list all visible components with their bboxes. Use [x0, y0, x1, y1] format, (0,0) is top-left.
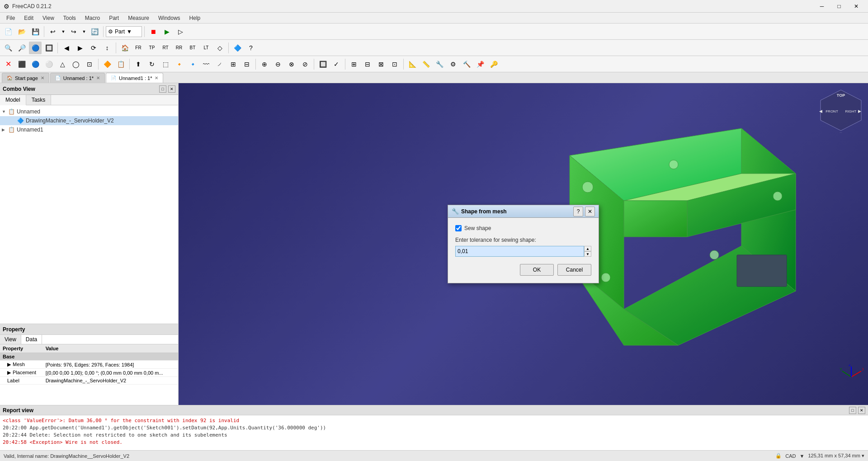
part-close[interactable]: ✕	[2, 58, 14, 71]
view-wire[interactable]: 🔷	[231, 42, 244, 54]
view-sync[interactable]: ⟳	[87, 42, 100, 54]
stop-button[interactable]: ⏹	[147, 25, 160, 38]
part-more4[interactable]: ⊡	[388, 58, 401, 71]
view-sel2[interactable]: 🔲	[42, 42, 55, 54]
view-home[interactable]: 🏠	[118, 42, 131, 54]
part-torus[interactable]: ◯	[70, 58, 82, 71]
prop-tab-data[interactable]: Data	[21, 335, 42, 344]
part-extra5[interactable]: 🔨	[460, 58, 473, 71]
save-button[interactable]: 💾	[29, 25, 42, 38]
redo-button[interactable]: ↪	[67, 25, 80, 38]
part-extra6[interactable]: 📌	[474, 58, 486, 71]
sew-shape-checkbox[interactable]	[455, 225, 462, 231]
report-float-btn[interactable]: □	[849, 407, 856, 414]
tab-tasks[interactable]: Tasks	[26, 95, 52, 105]
part-bool[interactable]: ⊕	[258, 58, 271, 71]
part-check[interactable]: ✓	[330, 58, 343, 71]
view-front[interactable]: FR	[132, 42, 145, 54]
help-button[interactable]: ?	[245, 42, 257, 54]
tolerance-up[interactable]: ▲	[584, 246, 591, 251]
tab-unnamed1-close[interactable]: ✕	[96, 75, 100, 80]
part-more1[interactable]: ⊞	[348, 58, 360, 71]
menu-macro[interactable]: Macro	[80, 14, 104, 22]
combo-float-btn[interactable]: □	[159, 85, 166, 93]
tolerance-down[interactable]: ▼	[584, 251, 591, 257]
ok-button[interactable]: OK	[520, 264, 554, 276]
menu-file[interactable]: File	[2, 14, 19, 22]
prop-expand-mesh[interactable]: ▶	[7, 362, 11, 367]
view-left[interactable]: LT	[200, 42, 212, 54]
menu-measure[interactable]: Measure	[123, 14, 154, 22]
part-mirror[interactable]: ⬚	[159, 58, 172, 71]
part-tube[interactable]: ⊡	[83, 58, 96, 71]
menu-part[interactable]: Part	[104, 14, 123, 22]
part-more2[interactable]: ⊟	[361, 58, 374, 71]
part-sweep[interactable]: 〰	[200, 58, 212, 71]
menu-view[interactable]: View	[38, 14, 59, 22]
part-extra3[interactable]: 🔧	[433, 58, 446, 71]
view-top[interactable]: TP	[146, 42, 158, 54]
part-extra2[interactable]: 📏	[420, 58, 432, 71]
viewport[interactable]: TOP FRONT RIGHT ▼ ◀ ▶	[179, 83, 868, 405]
cancel-button[interactable]: Cancel	[557, 264, 591, 276]
part-cone[interactable]: △	[56, 58, 69, 71]
part-fillet[interactable]: 🔹	[186, 58, 199, 71]
part-extra4[interactable]: ⚙	[447, 58, 459, 71]
macro-button[interactable]: ▷	[174, 25, 187, 38]
dialog-help-btn[interactable]: ?	[573, 207, 583, 216]
view-fit-sel[interactable]: 🔎	[15, 42, 28, 54]
tab-model[interactable]: Model	[0, 95, 26, 105]
play-button[interactable]: ▶	[160, 25, 173, 38]
prop-tab-view[interactable]: View	[0, 335, 21, 344]
part-offset3d[interactable]: ⊟	[241, 58, 253, 71]
part-cyl[interactable]: 🔵	[29, 58, 42, 71]
part-offset2d[interactable]: ⊞	[227, 58, 240, 71]
combo-close-btn[interactable]: ✕	[168, 85, 175, 93]
part-ext[interactable]: ⬆	[132, 58, 145, 71]
part-more3[interactable]: ⊠	[375, 58, 387, 71]
part-sphere[interactable]: ⚪	[42, 58, 55, 71]
tab-unnamed1[interactable]: 📄 Unnamed : 1* ✕	[50, 73, 105, 83]
new-button[interactable]: 📄	[2, 25, 14, 38]
nav-forward[interactable]: ▶	[74, 42, 86, 54]
tab-start-page[interactable]: 🏠 Start page ✕	[2, 73, 49, 83]
part-chamfer[interactable]: 🔸	[173, 58, 185, 71]
open-button[interactable]: 📂	[15, 25, 28, 38]
prop-expand-placement[interactable]: ▶	[7, 370, 11, 375]
menu-help[interactable]: Help	[185, 14, 205, 22]
part-rev[interactable]: ↻	[146, 58, 158, 71]
view-fit-all[interactable]: 🔍	[2, 42, 14, 54]
part-prim[interactable]: 🔶	[101, 58, 113, 71]
view-right[interactable]: RT	[159, 42, 172, 54]
menu-windows[interactable]: Windows	[154, 14, 185, 22]
tab-unnamed1-2[interactable]: 📄 Unnamed1 : 1* ✕	[106, 73, 163, 83]
part-box[interactable]: ⬛	[15, 58, 28, 71]
report-close-btn[interactable]: ✕	[858, 407, 865, 414]
part-extra7[interactable]: 🔑	[487, 58, 500, 71]
view-iso[interactable]: ◇	[213, 42, 226, 54]
report-content[interactable]: <class 'ValueError'>: Datum 36,00 ° for …	[0, 415, 868, 451]
part-cut[interactable]: ⊖	[272, 58, 284, 71]
view-bot[interactable]: BT	[186, 42, 199, 54]
undo-dropdown[interactable]: ▼	[60, 25, 66, 38]
tolerance-input[interactable]	[455, 246, 584, 257]
tab-start-close[interactable]: ✕	[41, 75, 44, 80]
menu-tools[interactable]: Tools	[59, 14, 80, 22]
tree-item-unnamed1[interactable]: ▶ 📋 Unnamed1	[0, 125, 178, 134]
cad-dropdown[interactable]: ▼	[800, 453, 805, 459]
tab-unnamed1-2-close[interactable]: ✕	[155, 75, 158, 80]
part-int[interactable]: ⊗	[285, 58, 298, 71]
part-loft[interactable]: ⟋	[213, 58, 226, 71]
maximize-button[interactable]: □	[831, 1, 847, 11]
tree-item-unnamed[interactable]: ▼ 📋 Unnamed	[0, 107, 178, 116]
nav-back[interactable]: ◀	[60, 42, 73, 54]
dialog-close-btn[interactable]: ✕	[585, 207, 595, 216]
view-sel[interactable]: 🔵	[29, 42, 42, 54]
tree-item-drawingmachine[interactable]: 🔷 DrawingMachine_-_ServoHolder_V2	[0, 116, 178, 125]
view-sync2[interactable]: ↕	[101, 42, 113, 54]
model-tree[interactable]: ▼ 📋 Unnamed 🔷 DrawingMachine_-_ServoHold…	[0, 105, 178, 324]
view-rear[interactable]: RR	[173, 42, 185, 54]
workbench-dropdown[interactable]: ⚙ Part ▼	[106, 26, 142, 37]
refresh-button[interactable]: 🔄	[88, 25, 101, 38]
close-button[interactable]: ✕	[848, 1, 864, 11]
